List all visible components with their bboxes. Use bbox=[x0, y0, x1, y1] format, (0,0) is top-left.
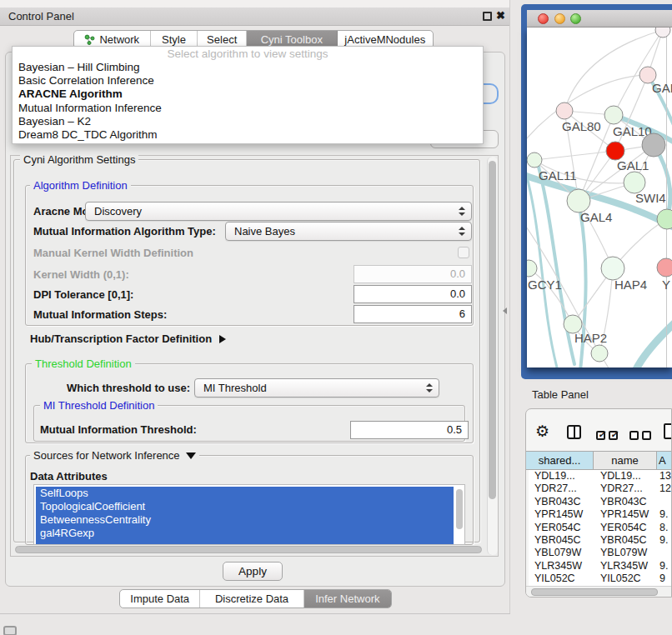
attribute-item-selected[interactable]: TopologicalCoefficient bbox=[36, 500, 454, 513]
table-cell[interactable]: 12 bbox=[657, 482, 672, 495]
table-row[interactable]: YDL19...YDL19...13 bbox=[529, 470, 672, 482]
table-cell[interactable]: YLR345W bbox=[594, 560, 657, 572]
network-node[interactable] bbox=[567, 189, 590, 212]
panel-divider-arrow-icon[interactable] bbox=[503, 308, 507, 314]
window-close-icon[interactable] bbox=[538, 13, 549, 24]
network-node[interactable] bbox=[657, 209, 672, 229]
table-cell[interactable]: YDL19... bbox=[529, 470, 594, 482]
table-row[interactable]: YPR145WYPR145W9. bbox=[529, 508, 672, 521]
table-cell[interactable]: YDL19... bbox=[594, 470, 657, 482]
attributes-scrollbar[interactable] bbox=[455, 488, 463, 542]
table-cell[interactable]: YBL079W bbox=[594, 547, 657, 559]
manual-kernel-label: Manual Kernel Width Definition bbox=[33, 247, 193, 259]
table-row[interactable]: YIL052CYIL052C9 bbox=[529, 572, 672, 585]
table-row[interactable]: YER054CYER054C8. bbox=[529, 522, 672, 534]
collapse-down-icon[interactable] bbox=[186, 452, 196, 459]
network-node[interactable] bbox=[655, 28, 670, 38]
algorithm-option[interactable]: Bayesian – Hill Climbing bbox=[13, 61, 483, 74]
table-cell[interactable]: 9. bbox=[657, 560, 672, 572]
table-cell[interactable]: YBR045C bbox=[594, 534, 657, 547]
table-cell[interactable]: YIL052C bbox=[594, 572, 657, 585]
table-row[interactable]: YBR043CYBR043C bbox=[529, 496, 672, 508]
column-header-name[interactable]: name bbox=[594, 452, 657, 469]
network-window-titlebar[interactable] bbox=[527, 10, 672, 28]
tab-impute-data[interactable]: Impute Data bbox=[120, 590, 200, 608]
table-cell[interactable] bbox=[657, 547, 672, 559]
kernel-width-field[interactable]: 0.0 bbox=[354, 265, 472, 283]
table-cell[interactable]: YPR145W bbox=[594, 508, 657, 521]
hub-definition-section[interactable]: Hub/Transcription Factor Definition bbox=[30, 332, 226, 345]
table-cell[interactable]: YBR043C bbox=[529, 496, 594, 508]
column-header-shared-name[interactable]: shared... bbox=[526, 452, 594, 469]
network-view-canvas[interactable]: GALGAL80GAL10GAL1GAL11GAL4SWI4GCY1HAP4YH… bbox=[527, 28, 672, 368]
network-node[interactable] bbox=[604, 106, 623, 124]
table-cell[interactable]: 8. bbox=[657, 522, 672, 534]
collapsed-panel-icon[interactable] bbox=[3, 626, 17, 635]
table-horizontal-scrollbar-thumb[interactable] bbox=[531, 588, 658, 596]
network-node[interactable] bbox=[527, 260, 537, 277]
table-row[interactable]: YBR045CYBR045C9. bbox=[529, 534, 672, 547]
attribute-item-selected[interactable]: gal4RGexp bbox=[36, 527, 454, 540]
table-cell[interactable]: YER054C bbox=[594, 522, 657, 534]
network-node[interactable] bbox=[556, 102, 573, 119]
network-node[interactable] bbox=[601, 257, 624, 280]
split-view-icon[interactable] bbox=[567, 425, 581, 439]
table-cell[interactable]: 9. bbox=[657, 534, 672, 547]
gear-icon[interactable]: ⚙ bbox=[535, 423, 549, 439]
window-minimize-icon[interactable] bbox=[554, 13, 565, 24]
algorithm-option[interactable]: Basic Correlation Inference bbox=[13, 74, 483, 88]
attribute-item-selected[interactable]: SelfLoops bbox=[36, 487, 454, 500]
algorithm-option[interactable]: Dream8 DC_TDC Algorithm bbox=[13, 128, 483, 142]
table-row[interactable]: YLR345WYLR345W9. bbox=[529, 560, 672, 572]
network-node[interactable] bbox=[642, 133, 665, 157]
table-cell[interactable]: 9 bbox=[657, 572, 672, 585]
table-cell[interactable]: YLR345W bbox=[529, 560, 594, 572]
data-attributes-list[interactable]: SelfLoops TopologicalCoefficient Between… bbox=[33, 484, 465, 545]
mi-threshold-field[interactable]: 0.5 bbox=[350, 421, 469, 439]
table-row[interactable]: YBL079WYBL079W bbox=[529, 547, 672, 559]
window-zoom-icon[interactable] bbox=[570, 13, 581, 24]
attributes-scrollbar-thumb[interactable] bbox=[456, 489, 463, 529]
sources-group-header[interactable]: Sources for Network Inference bbox=[30, 449, 199, 462]
table-cell[interactable]: YDR27... bbox=[594, 482, 657, 495]
table-horizontal-scrollbar[interactable] bbox=[526, 586, 672, 597]
network-node[interactable] bbox=[606, 142, 624, 160]
algorithm-option[interactable]: Mutual Information Inference bbox=[13, 102, 483, 115]
table-cell[interactable]: YIL052C bbox=[529, 572, 594, 585]
network-node[interactable] bbox=[527, 152, 542, 168]
close-icon[interactable]: ✖ bbox=[496, 9, 505, 22]
settings-vertical-scrollbar-thumb[interactable] bbox=[489, 161, 496, 499]
network-edge[interactable] bbox=[534, 151, 615, 160]
table-cell[interactable]: YPR145W bbox=[529, 508, 594, 521]
settings-horizontal-scrollbar-thumb[interactable] bbox=[15, 546, 482, 553]
table-cell[interactable]: 9. bbox=[657, 508, 672, 521]
dpi-tolerance-field[interactable]: 0.0 bbox=[354, 285, 472, 303]
table-cell[interactable]: YER054C bbox=[529, 522, 594, 534]
mi-steps-field[interactable]: 6 bbox=[354, 305, 472, 323]
column-header-partial[interactable]: A bbox=[657, 452, 672, 469]
apply-button[interactable]: Apply bbox=[223, 562, 283, 581]
algorithm-option-highlighted[interactable]: ARACNE Algorithm bbox=[13, 88, 483, 101]
document-icon[interactable] bbox=[664, 423, 672, 439]
select-all-checks-icon[interactable] bbox=[596, 428, 621, 443]
table-cell[interactable] bbox=[657, 496, 672, 508]
mi-type-select[interactable]: Naive Bayes bbox=[225, 222, 472, 241]
table-cell[interactable]: YBL079W bbox=[529, 547, 594, 559]
float-window-icon[interactable] bbox=[483, 12, 492, 21]
tab-discretize-data[interactable]: Discretize Data bbox=[200, 590, 303, 608]
network-node[interactable] bbox=[657, 258, 672, 277]
tab-infer-network[interactable]: Infer Network bbox=[304, 590, 391, 608]
table-cell[interactable]: YDR27... bbox=[529, 482, 594, 495]
aracne-mode-select[interactable]: Discovery bbox=[85, 202, 472, 221]
algorithm-option[interactable]: Bayesian – K2 bbox=[13, 115, 483, 128]
attribute-item-selected[interactable]: BetweennessCentrality bbox=[36, 513, 454, 527]
which-threshold-select[interactable]: MI Threshold bbox=[194, 378, 439, 398]
table-cell[interactable]: YBR045C bbox=[529, 534, 594, 547]
expand-right-icon[interactable] bbox=[219, 335, 226, 343]
table-cell[interactable]: YBR043C bbox=[594, 496, 657, 508]
table-cell[interactable]: 13 bbox=[657, 470, 672, 482]
deselect-all-checks-icon[interactable] bbox=[629, 428, 654, 443]
network-node[interactable] bbox=[591, 345, 608, 362]
manual-kernel-checkbox[interactable] bbox=[458, 247, 469, 258]
table-row[interactable]: YDR27...YDR27...12 bbox=[529, 482, 672, 495]
